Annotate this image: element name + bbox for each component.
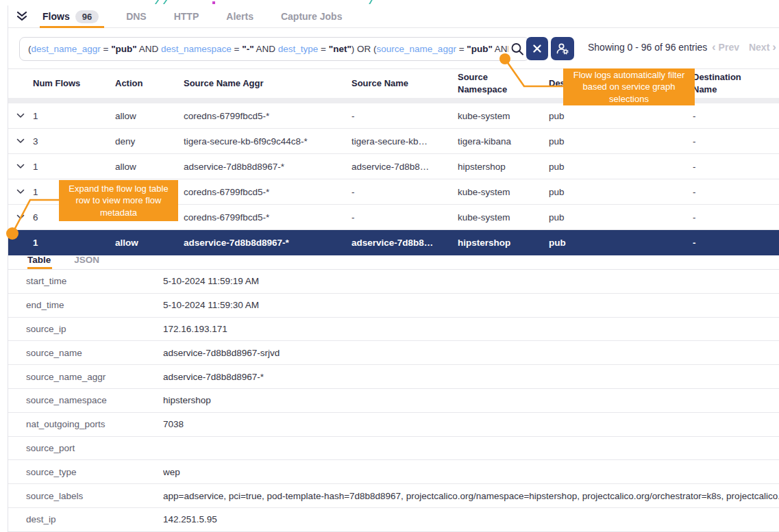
query-token: dest_namespace bbox=[161, 44, 232, 54]
graph-remnant-tick bbox=[369, 0, 372, 4]
tab-label: Alerts bbox=[226, 11, 254, 22]
cell-destination-name: - bbox=[693, 111, 779, 121]
pagination: ‹Prev Next› bbox=[712, 41, 776, 53]
detail-row: source_namespacehipstershop bbox=[8, 389, 779, 413]
cell-source-name: tigera-secure-kb… bbox=[351, 136, 458, 147]
flow-logs-tabbar: Flows96DNSHTTPAlertsCapture Jobs bbox=[8, 5, 779, 28]
tab-alerts[interactable]: Alerts bbox=[225, 5, 255, 27]
tab-capture-jobs[interactable]: Capture Jobs bbox=[280, 5, 343, 27]
cell-num: 1 bbox=[33, 238, 115, 248]
detail-value: adservice-7d8b8d8967-* bbox=[163, 372, 779, 382]
cell-source-name-aggr: coredns-6799fbcd5-* bbox=[184, 187, 351, 197]
detail-value: adservice-7d8b8d8967-srjvd bbox=[163, 348, 779, 358]
detail-value: hipstershop bbox=[163, 395, 779, 405]
cell-dest-name-aggr: pub bbox=[549, 238, 693, 248]
query-token: "pub" bbox=[111, 44, 137, 54]
query-input[interactable]: (dest_name_aggr = "pub" AND dest_namespa… bbox=[19, 37, 530, 61]
entries-count-text: Showing 0 - 96 of 96 entries bbox=[588, 42, 707, 53]
tab-count-badge: 96 bbox=[75, 10, 99, 23]
cell-source-name-aggr: adservice-7d8b8d8967-* bbox=[184, 162, 351, 172]
next-button[interactable]: Next› bbox=[749, 41, 776, 53]
chevron-down-icon bbox=[16, 214, 25, 220]
flow-logs-panel: Flows96DNSHTTPAlertsCapture Jobs (dest_n… bbox=[0, 0, 779, 532]
chevron-left-icon: ‹ bbox=[712, 41, 716, 53]
query-token: "net" bbox=[329, 44, 351, 54]
row-expand-button[interactable] bbox=[8, 189, 33, 194]
query-text: (dest_name_aggr = "pub" AND dest_namespa… bbox=[28, 44, 508, 54]
column-header-num-flows: Num Flows bbox=[33, 77, 115, 90]
detail-row: source_ip172.16.193.171 bbox=[8, 318, 779, 342]
column-header-source-name: Source Name bbox=[351, 77, 458, 90]
cell-action: allow bbox=[115, 162, 184, 172]
cell-action: allow bbox=[115, 111, 184, 121]
cell-source-name-aggr: coredns-6799fbcd5-* bbox=[184, 111, 351, 121]
detail-key: nat_outgoing_ports bbox=[26, 419, 163, 429]
query-token: dest_type bbox=[278, 44, 319, 54]
tooltip-filter-callout: Flow logs automatically filter based on … bbox=[563, 68, 695, 105]
prev-button[interactable]: ‹Prev bbox=[712, 41, 739, 53]
detail-key: source_name_aggr bbox=[26, 372, 163, 382]
cell-source-name-aggr: coredns-6799fbcd5-* bbox=[184, 212, 351, 223]
detail-key: source_type bbox=[26, 467, 163, 477]
detail-row: start_time5-10-2024 11:59:19 AM bbox=[8, 270, 779, 294]
flow-table-row[interactable]: 1allowadservice-7d8b8d8967-*adservice-7d… bbox=[8, 154, 779, 179]
detail-key: start_time bbox=[26, 276, 163, 286]
query-token: "pub" bbox=[467, 44, 493, 54]
detail-row: source_port bbox=[8, 437, 779, 461]
chevron-down-icon bbox=[16, 113, 25, 118]
tab-label: Capture Jobs bbox=[281, 11, 342, 22]
tooltip-expand-callout: Expand the flow log table row to view mo… bbox=[59, 180, 178, 221]
query-token: "-" bbox=[242, 44, 254, 54]
tab-dns[interactable]: DNS bbox=[125, 5, 148, 27]
detail-key: dest_ip bbox=[26, 514, 163, 524]
row-expand-button[interactable] bbox=[8, 113, 33, 118]
cell-destination-name: - bbox=[693, 187, 779, 197]
detail-tab-table[interactable]: Table bbox=[27, 255, 51, 269]
row-expand-button[interactable] bbox=[8, 214, 33, 220]
tooltip-expand-text: Expand the flow log table row to view mo… bbox=[66, 183, 171, 219]
column-header-source-namespace: Source Namespace bbox=[458, 71, 549, 95]
cell-destination-name: - bbox=[693, 162, 779, 172]
detail-key: source_labels bbox=[26, 491, 163, 501]
detail-key: source_name bbox=[26, 348, 163, 358]
detail-key: source_namespace bbox=[26, 395, 163, 405]
cell-dest-name-aggr: pub bbox=[549, 187, 693, 197]
double-chevron-down-icon bbox=[15, 10, 29, 23]
cell-source-namespace: hipstershop bbox=[458, 238, 549, 248]
search-icon[interactable] bbox=[510, 42, 525, 60]
detail-row: source_nameadservice-7d8b8d8967-srjvd bbox=[8, 341, 779, 365]
detail-row: source_labelsapp=adservice, pci=true, po… bbox=[8, 484, 779, 508]
chevron-down-icon bbox=[16, 189, 25, 194]
chevron-down-icon bbox=[16, 138, 25, 144]
query-token: AND bbox=[254, 44, 278, 54]
cell-source-namespace: kube-system bbox=[458, 212, 549, 223]
graph-remnant-dot bbox=[212, 1, 215, 4]
row-expand-button[interactable] bbox=[8, 164, 33, 169]
detail-value: app=adservice, pci=true, pod-template-ha… bbox=[163, 491, 779, 501]
user-gear-icon bbox=[556, 42, 569, 55]
query-token: AND bbox=[137, 44, 161, 54]
query-token: = bbox=[318, 44, 328, 54]
detail-value: 5-10-2024 11:59:19 AM bbox=[163, 276, 779, 286]
tab-http[interactable]: HTTP bbox=[173, 5, 201, 27]
tab-flows[interactable]: Flows96 bbox=[41, 5, 100, 27]
flow-table-row[interactable]: 3denytigera-secure-kb-6f9c9c44c8-*tigera… bbox=[8, 129, 779, 154]
detail-row: source_name_aggradservice-7d8b8d8967-* bbox=[8, 365, 779, 389]
clear-filter-button[interactable] bbox=[526, 37, 548, 60]
detail-value: 7038 bbox=[163, 419, 779, 429]
flow-table-row[interactable]: 1allowcoredns-6799fbcd5-*-kube-systempub… bbox=[8, 103, 779, 129]
collapse-panel-button[interactable] bbox=[8, 10, 36, 23]
detail-value: wep bbox=[163, 467, 779, 477]
row-expand-button[interactable] bbox=[8, 138, 33, 144]
cell-action: deny bbox=[115, 136, 184, 147]
detail-row: dest_ip142.251.5.95 bbox=[8, 508, 779, 532]
detail-key: source_ip bbox=[26, 324, 163, 334]
cell-destination-name: - bbox=[693, 136, 779, 147]
detail-tab-json[interactable]: JSON bbox=[74, 255, 99, 269]
cell-dest-name-aggr: pub bbox=[549, 212, 693, 223]
flow-detail-panel: TableJSON start_time5-10-2024 11:59:19 A… bbox=[8, 252, 779, 532]
cell-source-name-aggr: tigera-secure-kb-6f9c9c44c8-* bbox=[184, 136, 351, 147]
user-settings-button[interactable] bbox=[551, 37, 574, 60]
detail-row: nat_outgoing_ports7038 bbox=[8, 413, 779, 437]
cell-source-name: adservice-7d8b8… bbox=[351, 238, 458, 248]
